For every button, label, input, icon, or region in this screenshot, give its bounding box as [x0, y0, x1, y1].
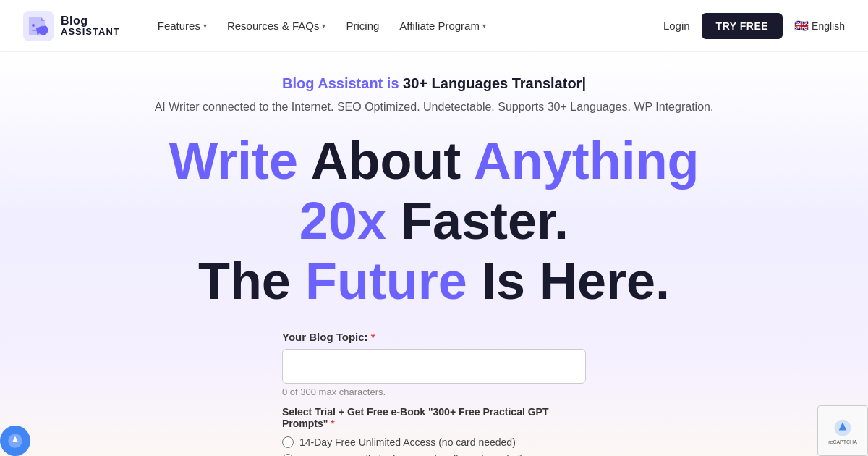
logo-icon [23, 11, 54, 41]
nav-item-affiliate[interactable]: Affiliate Program ▾ [391, 14, 495, 38]
try-free-button[interactable]: TRY FREE [702, 13, 783, 39]
subtitle-dark: 30+ Languages Translator| [403, 75, 586, 91]
hero-line2: 20x Faster. [169, 191, 699, 251]
char-count: 0 of 300 max characters. [282, 387, 586, 397]
logo[interactable]: Blog Assistant [23, 11, 120, 41]
login-link[interactable]: Login [663, 20, 690, 32]
trial-required-star: * [331, 418, 334, 429]
hero-heading: Write About Anything 20x Faster. The Fut… [169, 131, 699, 311]
hero-future: Future [305, 252, 467, 310]
subtitle-purple: Blog Assistant is [282, 75, 399, 91]
recaptcha-badge-left [0, 426, 30, 456]
hero-faster: Faster. [386, 192, 569, 250]
hero-write: Write [169, 132, 298, 190]
flag-icon: 🇬🇧 [794, 19, 809, 33]
radio-14day[interactable]: 14-Day Free Unlimited Access (no card ne… [282, 436, 586, 448]
required-star: * [371, 331, 375, 343]
hero-about: About [298, 132, 474, 190]
language-selector[interactable]: 🇬🇧 English [794, 19, 845, 33]
description: AI Writer connected to the Internet. SEO… [155, 101, 714, 114]
nav-item-features[interactable]: Features ▾ [149, 14, 216, 38]
hero-line1: Write About Anything [169, 131, 699, 191]
nav-item-pricing[interactable]: Pricing [337, 14, 388, 38]
hero-anything: Anything [474, 132, 699, 190]
chevron-down-icon: ▾ [482, 22, 486, 30]
hero-line3: The Future Is Here. [169, 251, 699, 311]
svg-point-1 [32, 24, 35, 27]
nav-links: Features ▾ Resources & FAQs ▾ Pricing Af… [149, 14, 663, 38]
hero-20x: 20x [299, 192, 386, 250]
trial-label: Select Trial + Get Free e-Book "300+ Fre… [282, 406, 586, 429]
form-area: Your Blog Topic: * 0 of 300 max characte… [282, 331, 586, 456]
nav-item-resources[interactable]: Resources & FAQs ▾ [218, 14, 335, 38]
navbar: Blog Assistant Features ▾ Resources & FA… [0, 0, 868, 52]
subtitle-line: Blog Assistant is 30+ Languages Translat… [282, 75, 586, 92]
radio-14day-label: 14-Day Free Unlimited Access (no card ne… [299, 436, 516, 448]
main-content: Blog Assistant is 30+ Languages Translat… [0, 52, 868, 456]
svg-rect-2 [32, 30, 39, 31]
chevron-down-icon: ▾ [203, 22, 207, 30]
hero-the: The [198, 252, 305, 310]
logo-text: Blog Assistant [61, 14, 120, 38]
blog-topic-label: Your Blog Topic: * [282, 331, 586, 343]
recaptcha-badge-right: reCAPTCHA [817, 405, 868, 456]
nav-actions: Login TRY FREE 🇬🇧 English [663, 13, 845, 39]
chevron-down-icon: ▾ [322, 22, 326, 30]
hero-ishere: Is Here. [467, 252, 670, 310]
language-label: English [812, 20, 845, 32]
radio-14day-input[interactable] [282, 436, 294, 448]
blog-topic-input[interactable] [282, 349, 586, 384]
